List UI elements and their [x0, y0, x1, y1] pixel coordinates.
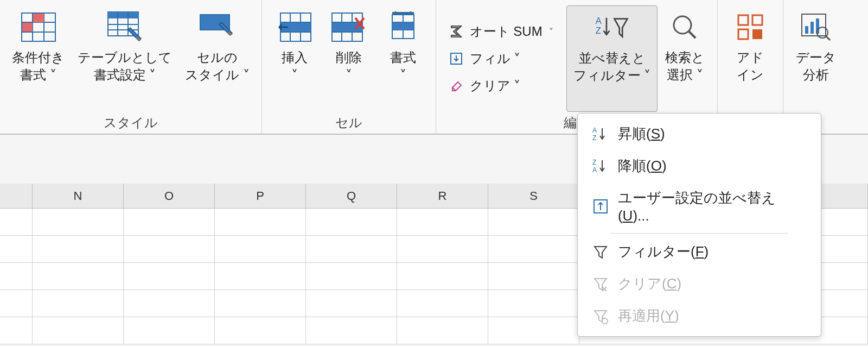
editing-small-list: オート SUM ˅ フィル ˅ クリア ˅ — [442, 5, 566, 112]
cell-styles-label: セルの スタイル ˅ — [185, 49, 250, 84]
cell[interactable] — [0, 290, 33, 317]
column-header-stub[interactable] — [0, 184, 33, 208]
column-header[interactable]: Q — [306, 184, 397, 208]
column-header[interactable]: R — [397, 184, 488, 208]
cell[interactable] — [124, 209, 215, 236]
format-button[interactable]: 書式 ˅ — [376, 5, 430, 112]
cell[interactable] — [33, 290, 124, 317]
svg-rect-42 — [810, 22, 814, 34]
group-cells-label: セル — [335, 112, 362, 131]
funnel-icon — [592, 243, 609, 261]
cell[interactable] — [124, 290, 215, 317]
cell[interactable] — [215, 317, 306, 344]
cell[interactable] — [488, 263, 579, 290]
cell[interactable] — [215, 209, 306, 236]
format-as-table-icon — [107, 10, 142, 45]
menu-filter[interactable]: フィルター(F) — [578, 236, 821, 268]
svg-point-35 — [674, 16, 691, 34]
cell[interactable] — [215, 290, 306, 317]
conditional-formatting-button[interactable]: 条件付き 書式 ˅ — [5, 5, 71, 112]
cell[interactable] — [215, 236, 306, 263]
delete-label: 削除 ˅ — [336, 49, 362, 84]
svg-text:Z: Z — [596, 26, 601, 35]
autosum-button[interactable]: オート SUM ˅ — [448, 23, 553, 40]
cell[interactable] — [0, 317, 33, 344]
cell[interactable] — [215, 263, 306, 290]
cell[interactable] — [488, 290, 579, 317]
cell[interactable] — [0, 236, 33, 263]
format-label: 書式 ˅ — [390, 49, 416, 84]
cell[interactable] — [306, 236, 397, 263]
menu-reapply-label: 再適用(Y) — [618, 306, 679, 325]
sort-filter-button[interactable]: A Z 並べ替えと フィルター ˅ — [566, 5, 658, 112]
delete-icon — [331, 10, 366, 45]
eraser-icon — [448, 78, 464, 94]
column-header[interactable]: P — [215, 184, 306, 208]
conditional-formatting-label: 条件付き 書式 ˅ — [12, 49, 65, 84]
format-as-table-button[interactable]: テーブルとして 書式設定 ˅ — [71, 5, 178, 112]
fill-down-icon — [448, 51, 464, 67]
cell-styles-button[interactable]: セルの スタイル ˅ — [178, 5, 256, 112]
custom-sort-icon — [592, 198, 609, 215]
clear-button[interactable]: クリア ˅ — [448, 77, 521, 95]
svg-rect-39 — [752, 29, 762, 39]
group-styles: 条件付き 書式 ˅ テーブルとして 書式設定 ˅ — [0, 0, 262, 134]
sort-desc-icon: ZA — [592, 158, 609, 175]
cell[interactable] — [124, 317, 215, 344]
menu-clear-filter-label: クリア(C) — [618, 274, 681, 293]
funnel-reapply-icon — [592, 307, 609, 325]
column-header[interactable]: O — [124, 184, 215, 208]
group-cells: 挿入 ˅ 削除 ˅ — [262, 0, 436, 134]
fill-label: フィル ˅ — [470, 50, 521, 67]
magnifier-icon — [667, 10, 702, 45]
addins-label: アド イン — [737, 49, 764, 84]
menu-sort-ascending[interactable]: AZ 昇順(S) — [578, 118, 821, 150]
cell[interactable] — [306, 317, 397, 344]
svg-rect-5 — [33, 14, 44, 22]
cell[interactable] — [397, 236, 488, 263]
delete-button[interactable]: 削除 ˅ — [322, 5, 376, 112]
insert-button[interactable]: 挿入 ˅ — [267, 5, 322, 112]
menu-sort-descending[interactable]: ZA 降順(O) — [578, 150, 821, 182]
cell[interactable] — [33, 209, 124, 236]
cell[interactable] — [306, 263, 397, 290]
menu-custom-sort-label: ユーザー設定の並べ替え(U)... — [618, 188, 807, 224]
menu-sort-desc-label: 降順(O) — [618, 156, 667, 175]
cell[interactable] — [397, 263, 488, 290]
column-header[interactable]: S — [488, 184, 579, 208]
svg-rect-36 — [738, 15, 748, 25]
cell[interactable] — [397, 317, 488, 344]
svg-text:A: A — [596, 16, 602, 26]
menu-clear-filter: クリア(C) — [578, 268, 821, 300]
svg-rect-37 — [752, 15, 762, 25]
menu-custom-sort[interactable]: ユーザー設定の並べ替え(U)... — [578, 182, 821, 231]
data-analysis-icon — [799, 10, 833, 45]
fill-button[interactable]: フィル ˅ — [448, 50, 521, 67]
addins-icon — [733, 10, 768, 45]
svg-text:A: A — [592, 127, 597, 134]
data-analysis-button[interactable]: データ 分析 — [789, 5, 843, 129]
cell[interactable] — [488, 317, 579, 344]
cell[interactable] — [33, 317, 124, 344]
sort-filter-menu: AZ 昇順(S) ZA 降順(O) ユーザー設定の並べ替え(U)... フィルタ… — [577, 113, 821, 337]
data-analysis-label: データ 分析 — [796, 49, 836, 84]
cell[interactable] — [0, 209, 33, 236]
sigma-icon — [448, 23, 464, 40]
cell[interactable] — [33, 263, 124, 290]
cell[interactable] — [124, 263, 215, 290]
cell[interactable] — [488, 209, 579, 236]
cell[interactable] — [0, 263, 33, 290]
cell[interactable] — [488, 236, 579, 263]
conditional-formatting-icon — [21, 10, 56, 45]
cell[interactable] — [397, 290, 488, 317]
addins-button[interactable]: アド イン — [723, 5, 777, 129]
cell[interactable] — [306, 290, 397, 317]
menu-separator — [610, 233, 788, 234]
column-header[interactable]: N — [33, 184, 124, 208]
cell[interactable] — [397, 209, 488, 236]
cell[interactable] — [33, 236, 124, 263]
find-select-button[interactable]: 検索と 選択 ˅ — [658, 5, 712, 112]
cell[interactable] — [306, 209, 397, 236]
cell[interactable] — [124, 236, 215, 263]
chevron-down-icon: ˅ — [549, 27, 553, 37]
